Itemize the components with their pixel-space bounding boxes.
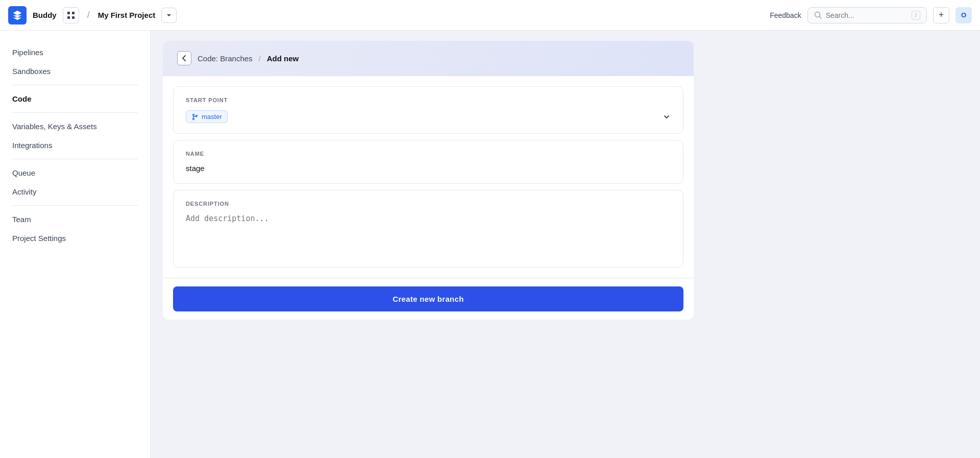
chevron-down-icon[interactable] — [663, 113, 671, 121]
card-footer: Create new branch — [163, 278, 694, 320]
project-name: My First Project — [98, 11, 156, 19]
create-branch-button[interactable]: Create new branch — [173, 286, 683, 311]
branch-icon — [191, 113, 199, 120]
start-point-value: master — [202, 113, 222, 120]
app-name: Buddy — [33, 11, 57, 19]
description-input[interactable] — [186, 214, 671, 255]
sidebar: Pipelines Sandboxes Code Variables, Keys… — [0, 31, 151, 458]
add-button[interactable]: + — [933, 7, 949, 23]
start-point-row: master — [186, 110, 671, 123]
search-icon — [814, 11, 822, 19]
svg-point-6 — [193, 114, 194, 115]
breadcrumb-current: Add new — [267, 54, 299, 63]
app-header: Buddy / My First Project Feedback / + O — [0, 0, 980, 31]
slash-badge: / — [912, 11, 920, 20]
description-label: DESCRIPTION — [186, 201, 671, 207]
project-dropdown-button[interactable] — [161, 8, 177, 23]
start-point-section: START POINT master — [173, 86, 683, 134]
search-bar: / — [807, 7, 927, 23]
description-section: DESCRIPTION — [173, 190, 683, 268]
feedback-button[interactable]: Feedback — [770, 11, 801, 19]
content-card: Code: Branches / Add new START POINT — [163, 41, 694, 320]
breadcrumb-sep: / — [259, 54, 261, 63]
sidebar-item-activity[interactable]: Activity — [0, 182, 150, 201]
svg-rect-0 — [67, 12, 70, 14]
search-input[interactable] — [826, 11, 908, 19]
sidebar-item-code[interactable]: Code — [0, 89, 150, 108]
breadcrumb-link[interactable]: Code: Branches — [198, 54, 253, 63]
divider-3 — [12, 159, 138, 159]
sidebar-item-queue[interactable]: Queue — [0, 163, 150, 182]
branch-tag[interactable]: master — [186, 110, 228, 123]
app-logo — [8, 6, 27, 25]
svg-rect-2 — [67, 16, 70, 19]
name-label: NAME — [186, 151, 671, 157]
svg-rect-3 — [72, 16, 75, 19]
svg-point-7 — [193, 118, 194, 119]
name-section: NAME — [173, 140, 683, 184]
name-input[interactable] — [186, 164, 671, 173]
sidebar-item-integrations[interactable]: Integrations — [0, 136, 150, 155]
main-layout: Pipelines Sandboxes Code Variables, Keys… — [0, 31, 980, 458]
card-header: Code: Branches / Add new — [163, 41, 694, 76]
sidebar-item-sandboxes[interactable]: Sandboxes — [0, 62, 150, 81]
divider-1 — [12, 85, 138, 85]
divider-2 — [12, 112, 138, 113]
sidebar-item-team[interactable]: Team — [0, 210, 150, 229]
main-content: Code: Branches / Add new START POINT — [151, 31, 980, 458]
sidebar-item-variables[interactable]: Variables, Keys & Assets — [0, 117, 150, 136]
svg-rect-1 — [72, 12, 75, 14]
start-point-label: START POINT — [186, 97, 671, 103]
form-sections: START POINT master — [163, 76, 694, 278]
avatar[interactable]: O — [955, 7, 972, 23]
svg-line-5 — [819, 17, 821, 19]
sidebar-item-pipelines[interactable]: Pipelines — [0, 43, 150, 62]
back-button[interactable] — [177, 51, 191, 65]
divider-4 — [12, 205, 138, 206]
grid-icon-button[interactable] — [63, 7, 79, 23]
breadcrumb-separator: / — [87, 10, 90, 20]
sidebar-item-project-settings[interactable]: Project Settings — [0, 229, 150, 248]
